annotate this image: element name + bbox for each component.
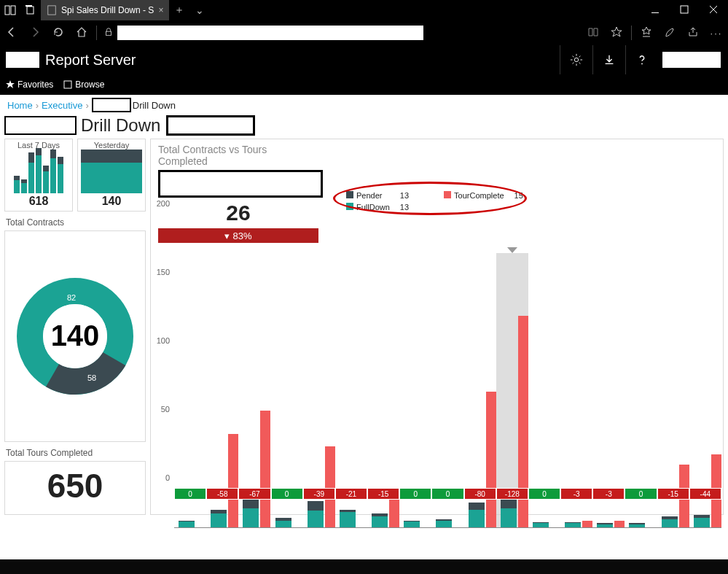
legend-pender-label: Pender [356, 191, 382, 200]
kpi-title: Total Contracts vs Tours Completed [158, 144, 318, 167]
pender-swatch [346, 191, 353, 198]
legend-fulldown-label: FullDown [356, 203, 390, 212]
legend-pender-value: 13 [396, 190, 413, 201]
svg-text:82: 82 [67, 293, 76, 302]
server-logo [6, 52, 39, 68]
star-icon [6, 80, 15, 89]
svg-rect-0 [5, 6, 9, 15]
kpi-redacted-box [158, 170, 323, 198]
reading-view-icon[interactable] [582, 26, 605, 40]
address-bar[interactable] [117, 26, 423, 40]
yesterday-value: 140 [81, 195, 142, 208]
breadcrumb: Home › Executive › Drill Down [0, 95, 728, 115]
browse-icon [63, 80, 72, 89]
svg-text:58: 58 [87, 373, 96, 382]
title-redacted-right [166, 115, 255, 136]
tabs-expand-icon[interactable]: ⌄ [189, 4, 210, 16]
yesterday-block [81, 150, 142, 193]
tabs-shift-icon[interactable] [25, 4, 36, 16]
window-close-button[interactable] [699, 5, 728, 16]
server-title: Report Server [45, 52, 136, 69]
browser-navbar: ··· [0, 20, 728, 45]
tab-title: Spi Sales Drill Down - S [61, 5, 154, 15]
report-server-header: Report Server [0, 45, 728, 74]
user-button[interactable] [662, 52, 721, 68]
fulldown-swatch [346, 203, 353, 210]
page-title-row: Drill Down [0, 115, 728, 139]
favorite-star-icon[interactable] [605, 26, 628, 40]
tour-swatch [444, 191, 451, 198]
favorites-link[interactable]: Favorites [6, 79, 53, 90]
new-tab-button[interactable]: ＋ [169, 4, 189, 17]
total-tours-label: Total Tours Completed [6, 448, 146, 458]
breadcrumb-home[interactable]: Home [7, 100, 33, 111]
nav-refresh-button[interactable] [47, 26, 70, 40]
total-contracts-label: Total Contracts [6, 217, 146, 228]
more-icon[interactable]: ··· [705, 28, 728, 39]
breadcrumb-redacted [92, 98, 131, 112]
card-total-tours[interactable]: 650 [4, 461, 146, 515]
donut-chart: 140 82 58 [13, 274, 137, 398]
svg-text:140: 140 [51, 319, 100, 352]
main-chart[interactable]: 050100150200 0-58-670-39-21-1500-80-1280… [151, 250, 723, 510]
card-yesterday[interactable]: Yesterday 140 [77, 139, 146, 212]
breadcrumb-section[interactable]: Executive [42, 100, 82, 111]
nav-home-button[interactable] [70, 26, 93, 40]
page-icon [47, 5, 57, 15]
svg-rect-3 [48, 6, 56, 15]
svg-rect-8 [64, 81, 71, 88]
last7-sparkline [8, 150, 69, 193]
legend-fulldown-value: 13 [396, 202, 413, 212]
total-tours-value: 650 [5, 466, 145, 505]
kpi-value: 26 [158, 201, 318, 225]
title-redacted-left [4, 116, 77, 135]
chart-legend: Pender 13 TourComplete 15 FullDown 13 [340, 186, 529, 217]
page-title: Drill Down [81, 115, 160, 136]
settings-button[interactable] [560, 45, 592, 74]
report-server-toolbar: Favorites Browse [0, 74, 728, 95]
tabs-left-icon[interactable] [4, 4, 16, 16]
window-minimize-button[interactable] [641, 5, 670, 16]
svg-rect-2 [27, 7, 34, 14]
card-total-contracts[interactable]: 140 82 58 [4, 230, 146, 442]
share-icon[interactable] [681, 26, 705, 40]
nav-back-button[interactable] [0, 26, 23, 40]
last7-value: 618 [8, 195, 69, 208]
legend-tour-value: 15 [510, 190, 528, 201]
card-last-7-days[interactable]: Last 7 Days 618 [4, 139, 73, 212]
browse-link[interactable]: Browse [63, 79, 104, 90]
legend-tour-label: TourComplete [454, 191, 504, 200]
svg-point-6 [574, 58, 578, 61]
browser-tab[interactable]: Spi Sales Drill Down - S × [41, 0, 169, 20]
lock-icon [100, 27, 117, 39]
tab-close-icon[interactable]: × [158, 5, 163, 15]
browser-titlebar: Spi Sales Drill Down - S × ＋ ⌄ [0, 0, 728, 20]
os-taskbar[interactable] [0, 559, 728, 574]
breadcrumb-page: Drill Down [133, 100, 176, 111]
kpi-delta: ▾ 83% [158, 228, 318, 243]
favorites-list-icon[interactable] [635, 26, 658, 40]
yesterday-label: Yesterday [81, 141, 142, 150]
notes-icon[interactable] [658, 26, 681, 40]
svg-rect-4 [681, 6, 688, 13]
svg-rect-5 [106, 31, 111, 35]
favorites-label: Favorites [17, 79, 53, 90]
help-button[interactable] [625, 45, 658, 74]
down-arrow-icon: ▾ [224, 230, 230, 241]
kpi-delta-value: 83% [232, 230, 251, 241]
download-button[interactable] [592, 45, 625, 74]
nav-forward-button[interactable] [23, 26, 47, 40]
svg-point-7 [641, 63, 643, 65]
browse-label: Browse [75, 79, 104, 90]
window-maximize-button[interactable] [670, 5, 699, 16]
svg-rect-1 [11, 6, 15, 15]
